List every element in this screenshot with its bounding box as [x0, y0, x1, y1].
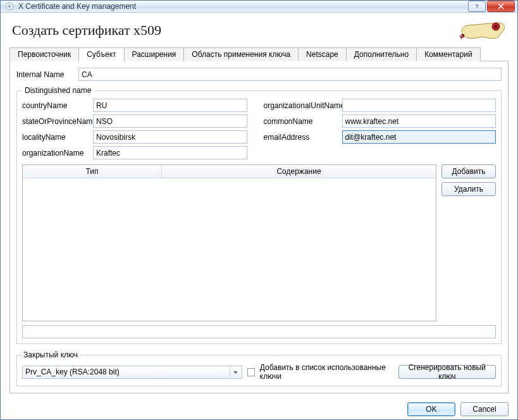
tab-extensions[interactable]: Расширения: [124, 47, 185, 61]
distinguished-name-legend: Distinguished name: [22, 86, 94, 95]
internal-name-input[interactable]: [78, 68, 502, 81]
private-key-row: Prv_CA_key (RSA:2048 bit) Добавить в спи…: [22, 363, 496, 381]
tab-source[interactable]: Первоисточник: [9, 47, 79, 61]
ou-label: organizationalUnitName: [264, 101, 342, 110]
org-input[interactable]: [93, 146, 247, 159]
reuse-key-label: Добавить в список использованные ключи: [260, 363, 393, 381]
help-button[interactable]: ?: [468, 1, 486, 12]
tab-label: Расширения: [132, 50, 176, 59]
private-key-select[interactable]: Prv_CA_key (RSA:2048 bit): [22, 366, 242, 379]
reuse-key-checkbox[interactable]: [247, 368, 255, 376]
countryname-label: countryName: [22, 101, 93, 110]
window: X Certificate and Key management ? Созда…: [0, 0, 518, 420]
tab-label: Первоисточник: [18, 50, 71, 59]
tab-comment[interactable]: Комментарий: [416, 47, 481, 61]
email-input[interactable]: [342, 130, 496, 144]
delete-button[interactable]: Удалить: [441, 182, 496, 196]
close-button[interactable]: [487, 1, 515, 12]
window-title: X Certificate and Key management: [18, 2, 468, 11]
generate-key-label: Сгенерировать новый ключ: [404, 363, 490, 381]
add-button-label: Добавить: [452, 167, 485, 176]
internal-name-label: Internal Name: [16, 70, 78, 79]
delete-button-label: Удалить: [454, 185, 483, 194]
tab-label: Область применения ключа: [192, 50, 290, 59]
tab-key-usage[interactable]: Область применения ключа: [183, 47, 299, 61]
distinguished-name-group: Distinguished name countryName organizat…: [16, 86, 502, 344]
locality-label: localityName: [22, 133, 93, 142]
cancel-button[interactable]: Cancel: [460, 402, 509, 416]
cancel-label: Cancel: [472, 405, 496, 414]
dn-extra-row: Тип Содержание Добавить Удалить: [22, 164, 496, 321]
private-key-legend: Закрытый ключ: [22, 350, 79, 359]
page-title: Создать сертификат x509: [12, 22, 459, 39]
state-label: stateOrProvinceName: [22, 117, 93, 126]
chevron-down-icon: [230, 367, 240, 378]
dn-table-col-type[interactable]: Тип: [23, 165, 162, 178]
window-buttons: ?: [468, 1, 515, 12]
cn-input[interactable]: [342, 114, 496, 128]
cn-label: commonName: [264, 117, 342, 126]
dn-extra-line-row: [22, 325, 496, 338]
svg-point-3: [495, 25, 497, 28]
tabstrip: Первоисточник Субъект Расширения Область…: [1, 47, 517, 61]
app-icon: [4, 1, 15, 11]
private-key-selected: Prv_CA_key (RSA:2048 bit): [25, 368, 120, 376]
tab-label: Дополнительно: [354, 50, 409, 59]
dn-extra-line-input[interactable]: [22, 325, 496, 338]
tab-label: Netscape: [306, 50, 338, 59]
svg-text:?: ?: [475, 3, 478, 9]
dn-extra-table-header: Тип Содержание: [23, 165, 436, 178]
tab-label: Комментарий: [424, 50, 472, 59]
org-label: organizationName: [22, 149, 93, 158]
ribbon-logo-icon: [459, 19, 509, 42]
locality-input[interactable]: [93, 130, 247, 144]
generate-key-button[interactable]: Сгенерировать новый ключ: [398, 365, 496, 379]
state-input[interactable]: [93, 114, 247, 128]
dn-grid: countryName organizationalUnitName state…: [22, 99, 496, 159]
header-row: Создать сертификат x509: [1, 13, 517, 46]
tab-label: Субъект: [87, 50, 116, 59]
internal-name-row: Internal Name: [16, 68, 502, 81]
titlebar: X Certificate and Key management ?: [1, 1, 517, 13]
tab-subject[interactable]: Субъект: [78, 47, 124, 61]
dn-table-col-content[interactable]: Содержание: [162, 165, 436, 178]
ok-label: OK: [426, 405, 436, 414]
client-area: Создать сертификат x509 Первоисточник Су…: [1, 13, 517, 420]
countryname-input[interactable]: [93, 99, 247, 112]
dialog-footer: OK Cancel: [1, 396, 517, 420]
email-label: emailAddress: [264, 133, 342, 142]
tab-panel-subject: Internal Name Distinguished name country…: [9, 61, 509, 393]
add-button[interactable]: Добавить: [441, 164, 496, 178]
dn-extra-table[interactable]: Тип Содержание: [22, 164, 436, 321]
dn-side-buttons: Добавить Удалить: [441, 164, 496, 196]
tab-netscape[interactable]: Netscape: [298, 47, 347, 61]
private-key-group: Закрытый ключ Prv_CA_key (RSA:2048 bit) …: [16, 350, 502, 386]
ou-input[interactable]: [342, 99, 496, 112]
ok-button[interactable]: OK: [407, 402, 455, 416]
tab-advanced[interactable]: Дополнительно: [346, 47, 417, 61]
